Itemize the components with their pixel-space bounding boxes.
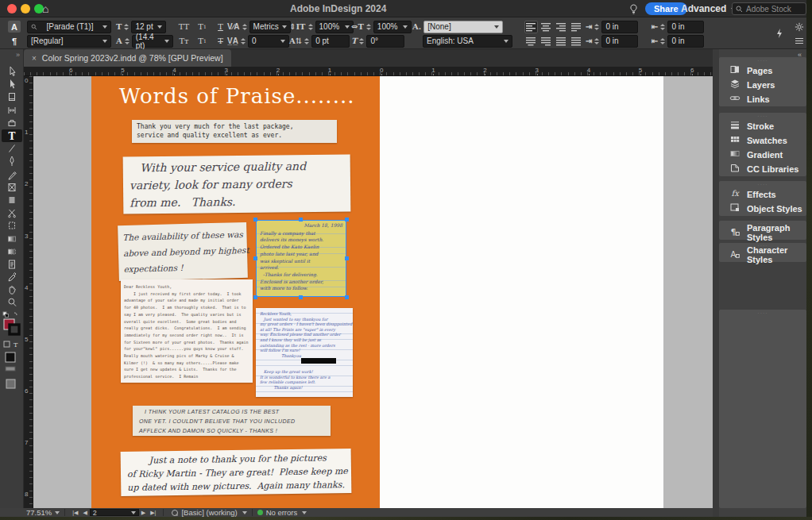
note-yellow-paper[interactable]: March 18, 1998 Finally a company thatdel… <box>256 220 346 297</box>
align-right-button[interactable] <box>555 21 568 33</box>
selection-handle[interactable] <box>299 218 303 221</box>
language-combo[interactable]: English: USA <box>423 35 512 48</box>
all-caps-button[interactable]: TT <box>178 21 190 33</box>
errors-dropdown[interactable] <box>302 511 307 517</box>
selection-handle[interactable] <box>299 295 303 299</box>
subscript-button[interactable]: T1 <box>196 35 208 48</box>
note-blue-letter[interactable]: Reckless Youth, Just wanted to say thank… <box>256 308 353 397</box>
selection-handle[interactable] <box>345 295 349 299</box>
page-number-combo[interactable]: 2 <box>90 509 139 516</box>
selection-tool[interactable] <box>2 65 22 78</box>
note-typed-strip[interactable]: Thank you very much for the last package… <box>132 120 337 143</box>
note-availability[interactable]: The availability of these wasabove and b… <box>118 222 248 281</box>
leading-combo[interactable]: (14.4 pt) <box>132 35 173 48</box>
preflight-dropdown[interactable] <box>242 511 247 517</box>
indent-right-stepper[interactable] <box>660 21 665 33</box>
note-tool[interactable] <box>2 258 22 271</box>
kerning-stepper[interactable] <box>242 21 247 33</box>
font-size-combo[interactable]: 12 pt <box>131 21 166 33</box>
minimize-window-button[interactable] <box>21 4 30 13</box>
scissors-tool[interactable] <box>2 206 22 219</box>
eyedropper-tool[interactable] <box>2 271 22 283</box>
indent-first-field[interactable]: 0 in <box>601 35 638 48</box>
page-right[interactable]: At the very least, this may bethe most i… <box>380 76 663 508</box>
vertical-scale-combo[interactable]: 100% <box>315 21 354 33</box>
tracking-combo[interactable]: 0 <box>248 35 289 48</box>
indent-left-field[interactable]: 0 in <box>601 21 638 33</box>
adobe-stock-search[interactable]: Adobe Stock <box>732 2 806 15</box>
superscript-button[interactable]: T1 <box>196 21 208 33</box>
panel-item-object-styles[interactable]: Object Styles <box>719 202 806 216</box>
font-family-combo[interactable]: [Parade (T1)] <box>27 21 111 33</box>
skew-field[interactable]: 0° <box>366 35 404 48</box>
previous-page-button[interactable]: ◀ <box>83 510 87 516</box>
workspace-menu[interactable]: Advanced <box>681 3 736 14</box>
baseline-shift-field[interactable]: 0 pt <box>311 35 350 48</box>
justify-all-button[interactable] <box>555 35 568 48</box>
rectangle-tool[interactable] <box>2 194 22 206</box>
small-caps-button[interactable]: Tᴛ <box>178 35 190 48</box>
preflight-preset[interactable]: [Basic] (working) <box>181 508 237 517</box>
align-center-button[interactable] <box>539 21 553 33</box>
selection-handle[interactable] <box>253 295 257 299</box>
paragraph-formatting-button[interactable]: ¶ <box>8 35 21 47</box>
leading-stepper[interactable] <box>125 36 130 47</box>
strikethrough-button[interactable]: T <box>215 35 226 48</box>
document-tab[interactable]: × Color Spring 2023v2.indd @ 78% [GPU Pr… <box>24 49 231 67</box>
indent-first-stepper[interactable] <box>594 36 599 47</box>
canvas[interactable]: Words of Praise........ Thank you very m… <box>33 76 713 508</box>
character-formatting-button[interactable]: A <box>8 21 21 33</box>
direct-selection-tool[interactable] <box>2 78 22 91</box>
last-page-button[interactable]: ▶| <box>150 510 156 516</box>
horizontal-ruler[interactable]: 6543210123456 <box>24 67 713 76</box>
panel-item-swatches[interactable]: Swatches <box>719 133 806 148</box>
horizontal-scale-combo[interactable]: 100% <box>373 21 412 33</box>
zoom-level-dropdown[interactable] <box>55 511 60 517</box>
panel-item-cc-libraries[interactable]: CC Libraries <box>719 162 806 176</box>
line-tool[interactable] <box>2 142 22 155</box>
free-transform-tool[interactable] <box>2 219 22 232</box>
panel-item-gradient[interactable]: Gradient <box>719 148 806 162</box>
type-tool[interactable]: T <box>2 129 22 142</box>
justify-right-button[interactable] <box>539 35 553 48</box>
justify-full-button[interactable] <box>570 35 583 48</box>
indent-right-field[interactable]: 0 in <box>667 21 704 33</box>
quick-apply-icon[interactable] <box>775 26 783 40</box>
content-collector-tool[interactable] <box>2 117 22 129</box>
first-page-button[interactable]: |◀ <box>72 510 78 516</box>
panel-item-effects[interactable]: fxEffects <box>719 187 806 202</box>
selection-handle[interactable] <box>345 218 349 221</box>
gap-tool[interactable] <box>2 104 22 117</box>
next-page-button[interactable]: ▶ <box>141 510 145 516</box>
panel-item-pages[interactable]: Pages <box>719 64 806 78</box>
close-tab-icon[interactable]: × <box>32 54 37 63</box>
tracking-stepper[interactable] <box>241 36 246 47</box>
selection-handle[interactable] <box>253 256 257 260</box>
baseline-shift-stepper[interactable] <box>304 36 309 47</box>
zoom-tool[interactable] <box>2 296 22 309</box>
panel-item-stroke[interactable]: Stroke <box>719 119 806 133</box>
note-caps[interactable]: I THINK YOUR LATEST CATALOG IS THE BESTO… <box>133 406 331 436</box>
indent-left-stepper[interactable] <box>594 21 599 33</box>
indent-last-field[interactable]: 0 in <box>667 35 704 48</box>
hand-tool[interactable] <box>2 283 22 296</box>
note-final[interactable]: Just a note to thank you for the picture… <box>121 449 352 496</box>
close-window-button[interactable] <box>7 4 17 13</box>
indent-last-stepper[interactable] <box>660 36 665 47</box>
pen-tool[interactable] <box>2 155 22 168</box>
note-yellow-selected[interactable]: March 18, 1998 Finally a company thatdel… <box>256 220 346 297</box>
panel-item-paragraph-styles[interactable]: ¶Paragraph Styles <box>719 225 806 240</box>
character-style-combo[interactable]: [None] <box>423 21 503 33</box>
panel-menu-icon[interactable] <box>795 34 804 48</box>
pencil-tool[interactable] <box>2 168 22 181</box>
gradient-feather-tool[interactable] <box>2 245 22 258</box>
panel-item-character-styles[interactable]: ACharacter Styles <box>719 248 806 262</box>
page-left[interactable]: Words of Praise........ Thank you very m… <box>91 76 380 508</box>
selection-handle[interactable] <box>253 218 257 221</box>
align-left-button[interactable] <box>524 21 538 33</box>
horizontal-scale-stepper[interactable] <box>366 21 371 33</box>
vertical-scale-stepper[interactable] <box>308 21 313 33</box>
panel-item-layers[interactable]: Layers <box>719 78 806 92</box>
justify-left-button[interactable] <box>570 21 583 33</box>
font-size-stepper[interactable] <box>124 21 129 33</box>
